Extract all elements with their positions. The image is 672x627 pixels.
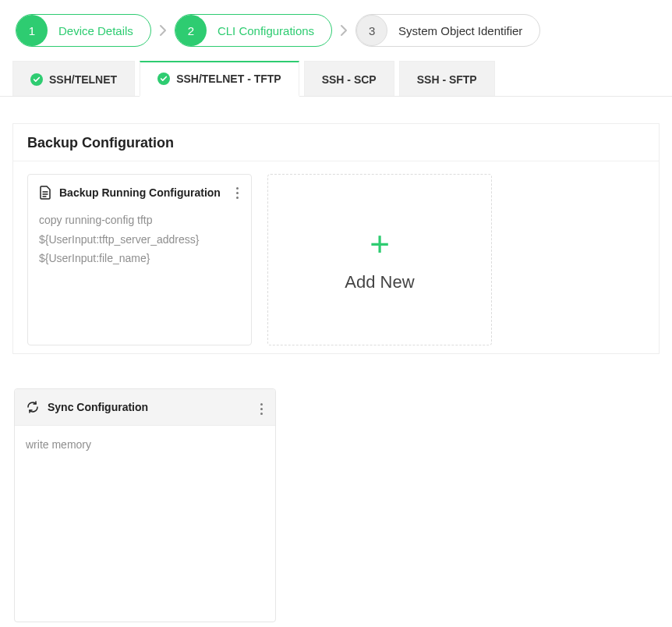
check-icon bbox=[30, 73, 43, 86]
tab-ssh-sftp[interactable]: SSH - SFTP bbox=[399, 61, 495, 97]
tab-ssh-telnet[interactable]: SSH/TELNET bbox=[12, 61, 135, 97]
card-title: Backup Running Configuration bbox=[59, 186, 221, 199]
sync-row: Sync Configuration write memory bbox=[14, 388, 672, 622]
cli-line: copy running-config tftp bbox=[39, 211, 240, 230]
step-number: 2 bbox=[175, 15, 207, 46]
card-body: copy running-config tftp ${UserInput:tft… bbox=[39, 211, 240, 268]
document-icon bbox=[39, 186, 51, 200]
card-body: write memory bbox=[15, 426, 275, 464]
chevron-right-icon bbox=[340, 24, 348, 37]
cli-line: write memory bbox=[26, 435, 264, 455]
plus-icon: + bbox=[370, 227, 390, 261]
card-header: Sync Configuration bbox=[15, 389, 275, 426]
tab-label: SSH/TELNET bbox=[49, 73, 117, 86]
tab-label: SSH - SCP bbox=[322, 73, 377, 86]
step-label: System Object Identifier bbox=[398, 24, 522, 37]
panel-title: Backup Configuration bbox=[13, 124, 659, 161]
sync-config-card[interactable]: Sync Configuration write memory bbox=[14, 388, 276, 622]
cli-line: ${UserInput:file_name} bbox=[39, 249, 240, 268]
step-system-object-identifier[interactable]: 3 System Object Identifier bbox=[355, 14, 540, 47]
step-label: Device Details bbox=[58, 24, 133, 37]
tab-ssh-scp[interactable]: SSH - SCP bbox=[304, 61, 394, 97]
card-title: Sync Configuration bbox=[48, 401, 148, 413]
check-icon bbox=[157, 73, 170, 85]
kebab-menu-icon[interactable] bbox=[256, 400, 267, 418]
chevron-right-icon bbox=[159, 24, 167, 37]
tab-ssh-telnet-tftp[interactable]: SSH/TELNET - TFTP bbox=[140, 61, 299, 97]
protocol-tabs: SSH/TELNET SSH/TELNET - TFTP SSH - SCP S… bbox=[12, 61, 672, 97]
backup-config-panel: Backup Configuration Backup Running Conf… bbox=[12, 123, 660, 354]
card-header: Backup Running Configuration bbox=[39, 186, 240, 200]
step-cli-configurations[interactable]: 2 CLI Configurations bbox=[175, 14, 332, 47]
backup-running-config-card[interactable]: Backup Running Configuration copy runnin… bbox=[27, 174, 252, 345]
step-device-details[interactable]: 1 Device Details bbox=[16, 14, 151, 47]
tabs-divider bbox=[0, 96, 672, 97]
step-number: 1 bbox=[16, 15, 48, 46]
tab-label: SSH - SFTP bbox=[417, 73, 477, 86]
sync-icon bbox=[26, 400, 40, 414]
step-number: 3 bbox=[356, 15, 387, 46]
add-new-label: Add New bbox=[345, 272, 414, 292]
kebab-menu-icon[interactable] bbox=[232, 184, 243, 202]
add-new-card[interactable]: + Add New bbox=[267, 174, 492, 345]
wizard-steps: 1 Device Details 2 CLI Configurations 3 … bbox=[0, 0, 672, 61]
tab-label: SSH/TELNET - TFTP bbox=[176, 73, 281, 85]
cli-line: ${UserInput:tftp_server_address} bbox=[39, 230, 240, 250]
step-label: CLI Configurations bbox=[218, 24, 314, 37]
backup-cards-row: Backup Running Configuration copy runnin… bbox=[13, 161, 659, 345]
